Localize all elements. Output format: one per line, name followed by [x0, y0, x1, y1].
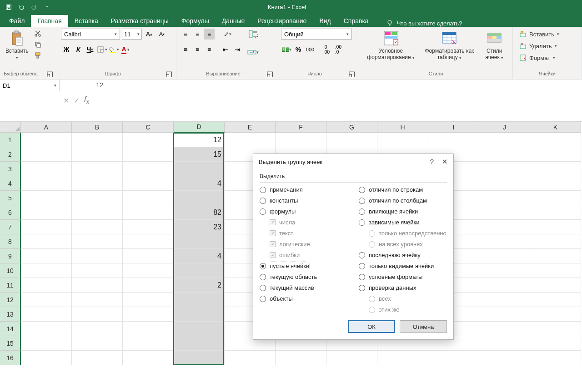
cell-J15[interactable]	[479, 336, 530, 351]
tab-file[interactable]: Файл	[3, 15, 31, 27]
cell-B6[interactable]	[72, 205, 123, 220]
option-current-array[interactable]: текущий массив	[260, 284, 348, 291]
orientation-icon[interactable]: ⤢▾	[222, 29, 233, 40]
option-lastcell[interactable]: последнюю ячейку	[359, 252, 447, 258]
cell-J2[interactable]	[479, 147, 530, 162]
cell-D1[interactable]: 12	[174, 133, 225, 147]
cell-A10[interactable]	[21, 263, 72, 278]
tab-insert[interactable]: Вставка	[68, 15, 105, 27]
cell-D8[interactable]	[174, 234, 225, 249]
cell-J7[interactable]	[479, 220, 530, 234]
cell-B5[interactable]	[72, 191, 123, 205]
cell-J13[interactable]	[479, 307, 530, 322]
row-header-2[interactable]: 2	[0, 147, 21, 162]
tab-layout[interactable]: Разметка страницы	[105, 15, 175, 27]
merge-cells-icon[interactable]: ▾	[247, 47, 259, 58]
ok-button[interactable]: ОК	[348, 320, 395, 333]
align-left-icon[interactable]: ≡	[180, 44, 191, 55]
option-row-diff[interactable]: отличия по строкам	[359, 186, 447, 193]
cell-B11[interactable]	[72, 278, 123, 293]
cell-J6[interactable]	[479, 205, 530, 220]
row-header-10[interactable]: 10	[0, 263, 21, 278]
cell-A1[interactable]	[21, 133, 72, 147]
format-as-table-button[interactable]: Форматировать как таблицу ▾	[421, 29, 478, 62]
comma-format-icon[interactable]: 000	[305, 44, 316, 55]
column-header-I[interactable]: I	[428, 122, 479, 133]
cell-K15[interactable]	[530, 336, 581, 351]
cell-D9[interactable]: 4	[174, 249, 225, 263]
font-launcher-icon[interactable]: ◱	[166, 69, 172, 78]
row-header-6[interactable]: 6	[0, 205, 21, 220]
cell-K10[interactable]	[530, 263, 581, 278]
number-format-combo[interactable]: Общий▾	[281, 29, 352, 40]
cell-A5[interactable]	[21, 191, 72, 205]
cell-C10[interactable]	[123, 263, 174, 278]
cell-D3[interactable]	[174, 162, 225, 176]
cancel-button[interactable]: Отмена	[400, 320, 447, 333]
cut-icon[interactable]	[32, 29, 43, 39]
cell-K1[interactable]	[530, 133, 581, 147]
cell-B1[interactable]	[72, 133, 123, 147]
cell-B12[interactable]	[72, 293, 123, 307]
column-header-K[interactable]: K	[530, 122, 581, 133]
cell-A14[interactable]	[21, 322, 72, 336]
wrap-text-icon[interactable]	[247, 29, 259, 40]
option-col-diff[interactable]: отличия по столбцам	[359, 197, 447, 204]
align-bottom-icon[interactable]: ≡	[204, 29, 215, 40]
cell-H1[interactable]	[377, 133, 428, 147]
cell-B14[interactable]	[72, 322, 123, 336]
cell-D2[interactable]: 15	[174, 147, 225, 162]
cell-D15[interactable]	[174, 336, 225, 351]
cell-C4[interactable]	[123, 176, 174, 191]
cell-C14[interactable]	[123, 322, 174, 336]
increase-font-icon[interactable]: A▴	[144, 29, 155, 40]
cell-K14[interactable]	[530, 322, 581, 336]
row-header-12[interactable]: 12	[0, 293, 21, 307]
cell-J14[interactable]	[479, 322, 530, 336]
underline-button[interactable]: Ч ▾	[85, 44, 95, 55]
cell-B8[interactable]	[72, 234, 123, 249]
increase-decimal-icon[interactable]: .0.00	[321, 44, 332, 55]
conditional-formatting-button[interactable]: Условное форматирование ▾	[363, 29, 419, 62]
column-header-H[interactable]: H	[377, 122, 428, 133]
option-blanks[interactable]: пустые ячейки	[260, 263, 348, 269]
row-header-15[interactable]: 15	[0, 336, 21, 351]
column-header-F[interactable]: F	[276, 122, 326, 133]
cell-A12[interactable]	[21, 293, 72, 307]
cell-A13[interactable]	[21, 307, 72, 322]
cell-J8[interactable]	[479, 234, 530, 249]
cell-K16[interactable]	[530, 351, 581, 365]
cell-C1[interactable]	[123, 133, 174, 147]
cell-B15[interactable]	[72, 336, 123, 351]
cell-A7[interactable]	[21, 220, 72, 234]
tab-help[interactable]: Справка	[337, 15, 375, 27]
option-formulas[interactable]: формулы	[260, 208, 348, 215]
tab-view[interactable]: Вид	[313, 15, 337, 27]
cell-K2[interactable]	[530, 147, 581, 162]
cell-K8[interactable]	[530, 234, 581, 249]
alignment-launcher-icon[interactable]: ◱	[266, 69, 273, 78]
font-size-combo[interactable]: 11▾	[122, 29, 142, 40]
cell-A16[interactable]	[21, 351, 72, 365]
cell-D10[interactable]	[174, 263, 225, 278]
cell-C13[interactable]	[123, 307, 174, 322]
decrease-font-icon[interactable]: A▾	[156, 29, 167, 40]
cell-J9[interactable]	[479, 249, 530, 263]
option-constants[interactable]: константы	[260, 197, 348, 204]
cell-A11[interactable]	[21, 278, 72, 293]
option-validation[interactable]: проверка данных	[359, 284, 447, 291]
cell-B4[interactable]	[72, 176, 123, 191]
row-header-16[interactable]: 16	[0, 351, 21, 365]
option-precedents[interactable]: влияющие ячейки	[359, 208, 447, 215]
option-dependents[interactable]: зависимые ячейки	[359, 219, 447, 226]
increase-indent-icon[interactable]: ⇥	[232, 44, 243, 55]
dialog-close-icon[interactable]: ✕	[442, 158, 448, 166]
tab-formulas[interactable]: Формулы	[175, 15, 216, 27]
column-header-E[interactable]: E	[225, 122, 276, 133]
cell-C2[interactable]	[123, 147, 174, 162]
cell-C12[interactable]	[123, 293, 174, 307]
cell-D7[interactable]: 23	[174, 220, 225, 234]
name-box[interactable]: D1▾	[0, 79, 60, 91]
column-header-J[interactable]: J	[479, 122, 530, 133]
cell-J10[interactable]	[479, 263, 530, 278]
